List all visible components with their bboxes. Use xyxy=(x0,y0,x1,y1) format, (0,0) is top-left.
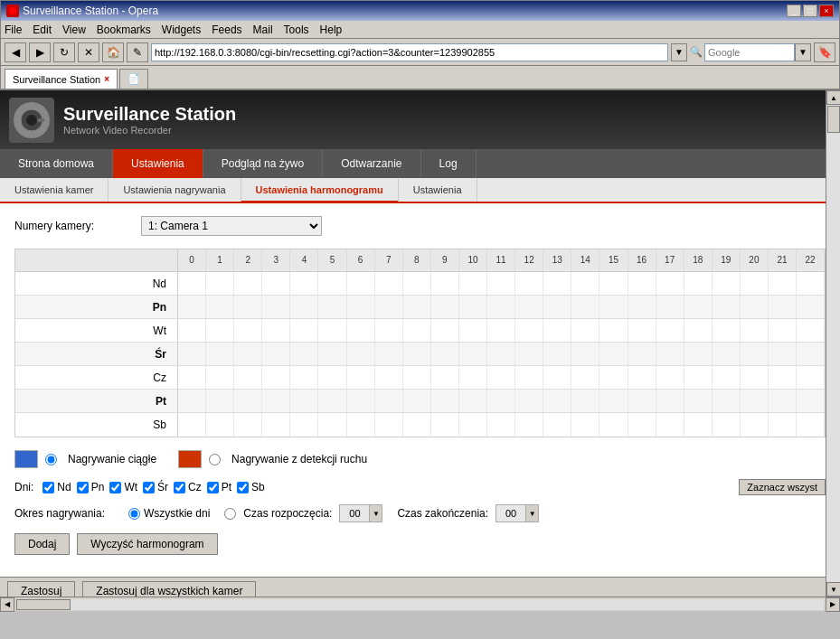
cell-sr-6[interactable] xyxy=(347,343,375,365)
cell-sb-21[interactable] xyxy=(769,413,797,437)
cell-sb-3[interactable] xyxy=(262,413,290,437)
edit-button[interactable]: ✎ xyxy=(127,42,148,62)
search-input[interactable] xyxy=(704,43,795,61)
checkbox-wt[interactable] xyxy=(109,482,121,493)
cell-cz-22[interactable] xyxy=(797,366,825,389)
scroll-right-button[interactable]: ▶ xyxy=(826,597,840,612)
cell-sr-2[interactable] xyxy=(234,343,262,365)
cell-pt-7[interactable] xyxy=(375,390,403,412)
cell-pt-10[interactable] xyxy=(459,390,487,412)
address-dropdown[interactable]: ▼ xyxy=(671,43,687,61)
cell-sb-14[interactable] xyxy=(571,413,599,437)
cell-sb-11[interactable] xyxy=(487,413,515,437)
cell-pt-12[interactable] xyxy=(515,390,543,412)
home-button[interactable]: 🏠 xyxy=(102,42,124,62)
cell-wt-6[interactable] xyxy=(347,319,375,342)
sub-nav-schedule[interactable]: Ustawienia harmonogramu xyxy=(241,179,399,202)
cell-sr-0[interactable] xyxy=(178,343,206,365)
cell-cz-16[interactable] xyxy=(628,366,656,389)
cell-wt-19[interactable] xyxy=(713,319,741,342)
cell-cz-12[interactable] xyxy=(515,366,543,389)
cell-sr-19[interactable] xyxy=(713,343,741,365)
cell-pn-4[interactable] xyxy=(290,296,318,318)
sub-nav-recording[interactable]: Ustawienia nagrywania xyxy=(109,178,241,202)
cell-pt-8[interactable] xyxy=(403,390,431,412)
cell-nd-18[interactable] xyxy=(684,272,713,295)
cell-wt-3[interactable] xyxy=(262,319,290,342)
forward-button[interactable]: ▶ xyxy=(29,42,51,62)
cell-sr-15[interactable] xyxy=(599,343,628,365)
cell-pt-19[interactable] xyxy=(713,390,741,412)
cell-pn-2[interactable] xyxy=(234,296,262,318)
back-button[interactable]: ◀ xyxy=(5,42,26,62)
cell-cz-15[interactable] xyxy=(599,366,628,389)
cell-nd-17[interactable] xyxy=(656,272,684,295)
cell-pt-13[interactable] xyxy=(543,390,571,412)
menu-file[interactable]: File xyxy=(5,23,22,36)
cell-wt-10[interactable] xyxy=(459,319,487,342)
cell-nd-19[interactable] xyxy=(713,272,741,295)
cell-cz-8[interactable] xyxy=(403,366,431,389)
cell-sr-1[interactable] xyxy=(206,343,234,365)
nav-playback[interactable]: Odtwarzanie xyxy=(323,149,420,178)
add-button[interactable]: Dodaj xyxy=(14,533,70,555)
cell-nd-14[interactable] xyxy=(571,272,599,295)
clear-button[interactable]: Wyczyść harmonogram xyxy=(77,533,217,555)
cell-pt-18[interactable] xyxy=(684,390,713,412)
cell-cz-9[interactable] xyxy=(431,366,459,389)
start-time-input[interactable] xyxy=(339,504,370,522)
cell-sr-7[interactable] xyxy=(375,343,403,365)
cell-sb-15[interactable] xyxy=(599,413,628,437)
cell-sr-21[interactable] xyxy=(769,343,797,365)
cell-sr-18[interactable] xyxy=(684,343,713,365)
end-time-input[interactable] xyxy=(496,504,526,522)
nav-settings[interactable]: Ustawienia xyxy=(113,149,203,178)
cell-cz-6[interactable] xyxy=(347,366,375,389)
cell-wt-17[interactable] xyxy=(656,319,684,342)
cell-pt-11[interactable] xyxy=(487,390,515,412)
cell-cz-10[interactable] xyxy=(459,366,487,389)
cell-cz-2[interactable] xyxy=(234,366,262,389)
apply-button[interactable]: Zastosuj xyxy=(7,581,75,597)
menu-view[interactable]: View xyxy=(62,23,86,36)
scroll-down-button[interactable]: ▼ xyxy=(826,582,840,597)
cell-cz-21[interactable] xyxy=(769,366,797,389)
search-dropdown[interactable]: ▼ xyxy=(795,43,811,61)
cell-nd-6[interactable] xyxy=(347,272,375,295)
cell-wt-1[interactable] xyxy=(206,319,234,342)
menu-widgets[interactable]: Widgets xyxy=(162,23,201,36)
cell-sb-1[interactable] xyxy=(206,413,234,437)
browser-tab-surveillance[interactable]: Surveillance Station × xyxy=(5,69,118,89)
menu-feeds[interactable]: Feeds xyxy=(212,23,241,36)
cell-cz-14[interactable] xyxy=(571,366,599,389)
cell-sr-12[interactable] xyxy=(515,343,543,365)
select-all-button[interactable]: Zaznacz wszyst xyxy=(739,479,826,495)
cell-sr-10[interactable] xyxy=(459,343,487,365)
cell-sr-4[interactable] xyxy=(290,343,318,365)
cell-pn-20[interactable] xyxy=(741,296,769,318)
close-button[interactable]: × xyxy=(819,5,834,17)
cell-pt-5[interactable] xyxy=(318,390,346,412)
nav-live[interactable]: Podgląd na żywo xyxy=(203,149,323,178)
cell-sr-22[interactable] xyxy=(797,343,825,365)
cell-pn-10[interactable] xyxy=(459,296,487,318)
cell-wt-2[interactable] xyxy=(234,319,262,342)
sub-nav-cameras[interactable]: Ustawienia kamer xyxy=(0,178,109,202)
cell-nd-2[interactable] xyxy=(234,272,262,295)
cell-wt-12[interactable] xyxy=(515,319,543,342)
cell-wt-20[interactable] xyxy=(741,319,769,342)
cell-pn-22[interactable] xyxy=(797,296,825,318)
cell-sb-5[interactable] xyxy=(318,413,346,437)
cell-sb-9[interactable] xyxy=(431,413,459,437)
cell-pn-21[interactable] xyxy=(769,296,797,318)
cell-cz-1[interactable] xyxy=(206,366,234,389)
cell-pt-16[interactable] xyxy=(628,390,656,412)
checkbox-pn[interactable] xyxy=(77,482,89,493)
cell-pt-3[interactable] xyxy=(262,390,290,412)
cell-cz-0[interactable] xyxy=(178,366,206,389)
cell-pn-5[interactable] xyxy=(318,296,346,318)
cell-nd-5[interactable] xyxy=(318,272,346,295)
menu-edit[interactable]: Edit xyxy=(33,23,52,36)
cell-nd-16[interactable] xyxy=(628,272,656,295)
cell-nd-21[interactable] xyxy=(769,272,797,295)
